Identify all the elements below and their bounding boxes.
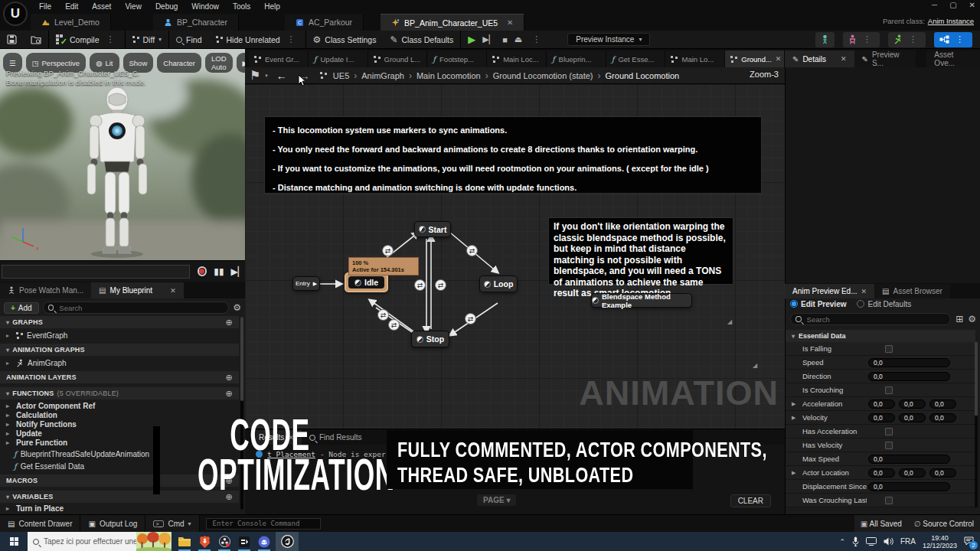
state-machine-canvas[interactable]: - This locomotion system use markers to … [245, 84, 785, 429]
menu-debug[interactable]: Debug [149, 2, 185, 11]
panel-resize-handle[interactable]: ◢ [753, 362, 757, 369]
close-button[interactable]: ✕ [969, 1, 975, 9]
page-dropdown[interactable]: PAGE ▾ [477, 494, 516, 506]
stop-button[interactable]: ■ [502, 35, 508, 44]
add-button[interactable]: +Add [4, 302, 39, 314]
grid-view-icon[interactable]: ⊞ [956, 314, 963, 324]
clock[interactable]: 19:4012/12/2023 [923, 534, 957, 549]
tree-item-eventgraph[interactable]: ▸EventGraph [0, 330, 239, 341]
unreal-engine-taskbar-icon[interactable] [276, 532, 299, 551]
checkbox[interactable] [885, 442, 893, 449]
skeleton-mode-button[interactable] [815, 32, 835, 47]
blueprint-options-icon[interactable]: ⋮ [952, 34, 967, 44]
taskbar-search[interactable]: Tapez ici pour effectuer une [28, 532, 172, 551]
add-graph-icon[interactable]: ⊕ [226, 318, 233, 328]
transition-rule-icon[interactable]: ⇄ [414, 279, 426, 291]
revision-control-status[interactable]: ▣ All Saved [861, 520, 902, 528]
graph-tab-main-loc[interactable]: Main Loc... [487, 51, 547, 67]
browse-button[interactable] [24, 31, 48, 49]
value-field[interactable]: 0,0 [868, 372, 950, 381]
tab-preview-scene-settings[interactable]: ✎Preview S... [854, 51, 916, 67]
preview-viewport[interactable]: x ☰ ◳Perspective ◍Lit Show Character LOD… [0, 49, 245, 260]
tab-level-demo[interactable]: Level_Demo [31, 14, 111, 31]
y-field[interactable]: 0,0 [899, 413, 926, 422]
value-field[interactable]: 0,0 [868, 455, 950, 464]
display-cast-icon[interactable] [866, 537, 877, 546]
graph-tab-footstep[interactable]: ƒFootstep... [427, 51, 487, 67]
eject-button[interactable]: ⏏ [514, 34, 522, 44]
capcut-icon[interactable] [236, 532, 253, 551]
graph-tab-update[interactable]: ƒUpdate I... [309, 51, 368, 67]
microphone-icon[interactable] [852, 536, 859, 546]
hide-unrelated-button[interactable]: Hide Unrelated⋮ [209, 31, 305, 49]
comment-resize-handle[interactable]: ◢ [727, 318, 732, 325]
tab-details[interactable]: ✎Details✕ [785, 51, 854, 67]
minimize-button[interactable]: ─ [932, 1, 937, 9]
settings-gear-icon[interactable]: ⚙ [233, 302, 241, 313]
tab-my-blueprint[interactable]: ▤My Blueprint✕ [91, 282, 184, 298]
source-control-button[interactable]: ∅ Source Control [914, 520, 974, 528]
file-explorer-icon[interactable] [176, 532, 193, 551]
comment-node-blendspace-note[interactable]: If you don't like orientation warping th… [548, 217, 733, 285]
graph-tab-main-lo[interactable]: Main Lo... [665, 51, 725, 67]
graph-tab-ground-locomotion[interactable]: Ground...✕ [725, 51, 785, 67]
tab-bp-character[interactable]: BP_Character [153, 14, 239, 31]
hide-unrelated-options-icon[interactable]: ⋮ [284, 34, 299, 44]
save-button[interactable] [0, 31, 24, 49]
preview-instance-dropdown[interactable]: Preview Instance ▾ [567, 33, 650, 46]
search-input[interactable] [805, 315, 946, 324]
diff-button[interactable]: Diff▾ [126, 31, 169, 49]
console-command-box[interactable] [206, 518, 321, 530]
clear-button[interactable]: CLEAR [730, 494, 771, 507]
play-options-icon[interactable]: ⋮ [529, 34, 544, 44]
state-node-blendspace-example[interactable]: Blendspace Method Example [591, 293, 692, 308]
tab-anim-preview-editor[interactable]: Anim Preview Ed...✕ [785, 284, 874, 298]
essential-data-header[interactable]: ▾Essential Data [786, 330, 975, 342]
class-settings-button[interactable]: ⚙Class Settings [306, 31, 384, 49]
transition-rule-icon[interactable]: ⇄ [382, 245, 394, 256]
radio-edit-preview[interactable]: Edit Preview [790, 300, 846, 308]
playback-speed-button[interactable]: ▶x1,0x [237, 53, 245, 73]
breadcrumb-ground-locomotion[interactable]: Ground Locomotion [606, 71, 680, 80]
tab-bp-anim-character-ue5[interactable]: BP_Anim_Character_UE5 ✕ [381, 14, 524, 31]
animation-graphs-section-header[interactable]: ▾ANIMATION GRAPHS [0, 344, 239, 356]
graph-tab-blueprint[interactable]: ƒBlueprin... [547, 51, 606, 67]
checkbox[interactable] [885, 386, 893, 394]
close-tab-icon[interactable]: ✕ [170, 287, 176, 295]
content-drawer-button[interactable]: ▤Content Drawer [0, 515, 80, 533]
mesh-mode-button[interactable]: ⋮ [843, 32, 880, 47]
checkbox[interactable] [885, 345, 893, 353]
menu-help[interactable]: Help [257, 2, 287, 11]
class-defaults-button[interactable]: ✎Class Defaults [383, 31, 460, 49]
search-input[interactable] [57, 303, 224, 313]
tab-ac-parkour[interactable]: C AC_Parkour [285, 14, 364, 31]
menu-edit[interactable]: Edit [58, 2, 85, 11]
output-log-button[interactable]: ▣Output Log [80, 515, 145, 533]
graph-tab-event-graph[interactable]: Event Gr... [249, 51, 309, 67]
compile-button[interactable]: ✓ Compile ⋮ [49, 31, 125, 49]
value-field[interactable]: 0,0 [868, 482, 950, 491]
frame-skip-button[interactable]: ▶▏ [482, 34, 495, 44]
mesh-options-icon[interactable]: ⋮ [860, 34, 874, 44]
graphs-section-header[interactable]: ▾GRAPHS⊕ [0, 316, 239, 328]
z-field[interactable]: 0,0 [929, 399, 956, 409]
tree-item-actor-component-ref[interactable]: ▸Actor Component Ref [0, 401, 239, 410]
transition-rule-icon[interactable]: ⇄ [388, 319, 400, 331]
transition-rule-icon[interactable]: ⇄ [465, 313, 476, 324]
breadcrumb-animgraph[interactable]: AnimGraph [361, 71, 404, 80]
speaker-icon[interactable] [884, 537, 893, 546]
parent-class-value[interactable]: Anim Instance [928, 17, 974, 25]
maximize-button[interactable]: ▢ [949, 1, 956, 9]
settings-gear-icon[interactable]: ⚙ [968, 314, 976, 324]
z-field[interactable]: 0,0 [929, 468, 956, 478]
menu-file[interactable]: File [32, 2, 58, 11]
obs-studio-icon[interactable] [216, 532, 233, 551]
graph-tab-ground[interactable]: Ground L... [368, 51, 428, 67]
transition-rule-icon[interactable]: ⇄ [377, 309, 389, 321]
add-function-icon[interactable]: ⊕ [226, 389, 233, 399]
pause-button[interactable]: ▮▮ [214, 266, 224, 277]
add-layer-icon[interactable]: ⊕ [226, 373, 233, 383]
animation-options-icon[interactable]: ⋮ [906, 34, 920, 44]
close-tab-icon[interactable]: ✕ [841, 55, 847, 63]
z-field[interactable]: 0,0 [929, 413, 956, 422]
